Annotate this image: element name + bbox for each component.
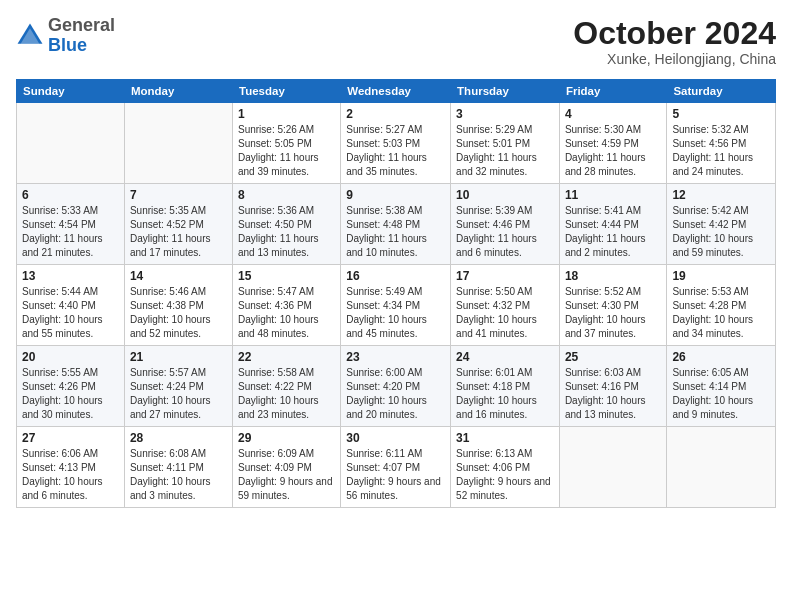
calendar-day-cell: 23Sunrise: 6:00 AM Sunset: 4:20 PM Dayli… — [341, 346, 451, 427]
calendar-day-cell: 8Sunrise: 5:36 AM Sunset: 4:50 PM Daylig… — [232, 184, 340, 265]
header-day: Thursday — [451, 80, 560, 103]
calendar-day-cell — [667, 427, 776, 508]
day-info: Sunrise: 5:27 AM Sunset: 5:03 PM Dayligh… — [346, 123, 445, 179]
day-number: 31 — [456, 431, 554, 445]
day-info: Sunrise: 5:49 AM Sunset: 4:34 PM Dayligh… — [346, 285, 445, 341]
calendar-day-cell: 26Sunrise: 6:05 AM Sunset: 4:14 PM Dayli… — [667, 346, 776, 427]
day-number: 7 — [130, 188, 227, 202]
day-info: Sunrise: 5:38 AM Sunset: 4:48 PM Dayligh… — [346, 204, 445, 260]
day-number: 28 — [130, 431, 227, 445]
day-info: Sunrise: 5:33 AM Sunset: 4:54 PM Dayligh… — [22, 204, 119, 260]
day-number: 25 — [565, 350, 662, 364]
calendar-day-cell: 13Sunrise: 5:44 AM Sunset: 4:40 PM Dayli… — [17, 265, 125, 346]
calendar-day-cell: 18Sunrise: 5:52 AM Sunset: 4:30 PM Dayli… — [559, 265, 667, 346]
logo-icon — [16, 22, 44, 50]
calendar-day-cell: 6Sunrise: 5:33 AM Sunset: 4:54 PM Daylig… — [17, 184, 125, 265]
day-number: 26 — [672, 350, 770, 364]
day-info: Sunrise: 5:55 AM Sunset: 4:26 PM Dayligh… — [22, 366, 119, 422]
day-info: Sunrise: 5:52 AM Sunset: 4:30 PM Dayligh… — [565, 285, 662, 341]
title-block: October 2024 Xunke, Heilongjiang, China — [573, 16, 776, 67]
calendar-day-cell: 4Sunrise: 5:30 AM Sunset: 4:59 PM Daylig… — [559, 103, 667, 184]
logo-general: General — [48, 15, 115, 35]
day-number: 22 — [238, 350, 335, 364]
day-info: Sunrise: 5:30 AM Sunset: 4:59 PM Dayligh… — [565, 123, 662, 179]
day-info: Sunrise: 5:50 AM Sunset: 4:32 PM Dayligh… — [456, 285, 554, 341]
header-day: Monday — [124, 80, 232, 103]
day-info: Sunrise: 5:42 AM Sunset: 4:42 PM Dayligh… — [672, 204, 770, 260]
calendar-day-cell: 12Sunrise: 5:42 AM Sunset: 4:42 PM Dayli… — [667, 184, 776, 265]
calendar-day-cell: 3Sunrise: 5:29 AM Sunset: 5:01 PM Daylig… — [451, 103, 560, 184]
calendar-day-cell — [559, 427, 667, 508]
day-info: Sunrise: 6:11 AM Sunset: 4:07 PM Dayligh… — [346, 447, 445, 503]
day-number: 21 — [130, 350, 227, 364]
day-info: Sunrise: 5:29 AM Sunset: 5:01 PM Dayligh… — [456, 123, 554, 179]
logo-blue: Blue — [48, 35, 87, 55]
calendar-day-cell: 11Sunrise: 5:41 AM Sunset: 4:44 PM Dayli… — [559, 184, 667, 265]
calendar-day-cell: 28Sunrise: 6:08 AM Sunset: 4:11 PM Dayli… — [124, 427, 232, 508]
day-number: 8 — [238, 188, 335, 202]
day-number: 17 — [456, 269, 554, 283]
calendar-day-cell: 25Sunrise: 6:03 AM Sunset: 4:16 PM Dayli… — [559, 346, 667, 427]
day-info: Sunrise: 6:05 AM Sunset: 4:14 PM Dayligh… — [672, 366, 770, 422]
day-info: Sunrise: 5:46 AM Sunset: 4:38 PM Dayligh… — [130, 285, 227, 341]
calendar-day-cell: 21Sunrise: 5:57 AM Sunset: 4:24 PM Dayli… — [124, 346, 232, 427]
calendar-day-cell: 16Sunrise: 5:49 AM Sunset: 4:34 PM Dayli… — [341, 265, 451, 346]
day-number: 6 — [22, 188, 119, 202]
day-info: Sunrise: 6:00 AM Sunset: 4:20 PM Dayligh… — [346, 366, 445, 422]
day-info: Sunrise: 6:01 AM Sunset: 4:18 PM Dayligh… — [456, 366, 554, 422]
logo: General Blue — [16, 16, 115, 56]
day-number: 11 — [565, 188, 662, 202]
calendar-table: SundayMondayTuesdayWednesdayThursdayFrid… — [16, 79, 776, 508]
day-number: 27 — [22, 431, 119, 445]
day-info: Sunrise: 6:03 AM Sunset: 4:16 PM Dayligh… — [565, 366, 662, 422]
day-info: Sunrise: 5:47 AM Sunset: 4:36 PM Dayligh… — [238, 285, 335, 341]
day-info: Sunrise: 6:13 AM Sunset: 4:06 PM Dayligh… — [456, 447, 554, 503]
day-number: 15 — [238, 269, 335, 283]
day-info: Sunrise: 5:57 AM Sunset: 4:24 PM Dayligh… — [130, 366, 227, 422]
day-info: Sunrise: 5:39 AM Sunset: 4:46 PM Dayligh… — [456, 204, 554, 260]
calendar-day-cell: 15Sunrise: 5:47 AM Sunset: 4:36 PM Dayli… — [232, 265, 340, 346]
calendar-day-cell: 7Sunrise: 5:35 AM Sunset: 4:52 PM Daylig… — [124, 184, 232, 265]
calendar-day-cell: 14Sunrise: 5:46 AM Sunset: 4:38 PM Dayli… — [124, 265, 232, 346]
day-number: 5 — [672, 107, 770, 121]
calendar-week-row: 20Sunrise: 5:55 AM Sunset: 4:26 PM Dayli… — [17, 346, 776, 427]
day-number: 24 — [456, 350, 554, 364]
header-day: Wednesday — [341, 80, 451, 103]
calendar-week-row: 6Sunrise: 5:33 AM Sunset: 4:54 PM Daylig… — [17, 184, 776, 265]
header-day: Saturday — [667, 80, 776, 103]
day-number: 20 — [22, 350, 119, 364]
day-number: 2 — [346, 107, 445, 121]
day-number: 3 — [456, 107, 554, 121]
day-number: 10 — [456, 188, 554, 202]
calendar-day-cell: 1Sunrise: 5:26 AM Sunset: 5:05 PM Daylig… — [232, 103, 340, 184]
day-info: Sunrise: 5:41 AM Sunset: 4:44 PM Dayligh… — [565, 204, 662, 260]
calendar-day-cell: 31Sunrise: 6:13 AM Sunset: 4:06 PM Dayli… — [451, 427, 560, 508]
header-day: Friday — [559, 80, 667, 103]
day-number: 19 — [672, 269, 770, 283]
day-info: Sunrise: 5:35 AM Sunset: 4:52 PM Dayligh… — [130, 204, 227, 260]
calendar-week-row: 1Sunrise: 5:26 AM Sunset: 5:05 PM Daylig… — [17, 103, 776, 184]
day-number: 30 — [346, 431, 445, 445]
location-subtitle: Xunke, Heilongjiang, China — [573, 51, 776, 67]
day-info: Sunrise: 6:09 AM Sunset: 4:09 PM Dayligh… — [238, 447, 335, 503]
day-number: 12 — [672, 188, 770, 202]
header-day: Sunday — [17, 80, 125, 103]
page-header: General Blue October 2024 Xunke, Heilong… — [16, 16, 776, 67]
calendar-day-cell: 22Sunrise: 5:58 AM Sunset: 4:22 PM Dayli… — [232, 346, 340, 427]
logo-text: General Blue — [48, 16, 115, 56]
day-number: 4 — [565, 107, 662, 121]
day-info: Sunrise: 5:36 AM Sunset: 4:50 PM Dayligh… — [238, 204, 335, 260]
calendar-day-cell: 2Sunrise: 5:27 AM Sunset: 5:03 PM Daylig… — [341, 103, 451, 184]
calendar-day-cell: 17Sunrise: 5:50 AM Sunset: 4:32 PM Dayli… — [451, 265, 560, 346]
day-number: 13 — [22, 269, 119, 283]
day-info: Sunrise: 5:58 AM Sunset: 4:22 PM Dayligh… — [238, 366, 335, 422]
month-title: October 2024 — [573, 16, 776, 51]
header-row: SundayMondayTuesdayWednesdayThursdayFrid… — [17, 80, 776, 103]
day-number: 23 — [346, 350, 445, 364]
calendar-day-cell: 20Sunrise: 5:55 AM Sunset: 4:26 PM Dayli… — [17, 346, 125, 427]
day-info: Sunrise: 5:26 AM Sunset: 5:05 PM Dayligh… — [238, 123, 335, 179]
calendar-header: SundayMondayTuesdayWednesdayThursdayFrid… — [17, 80, 776, 103]
calendar-day-cell: 30Sunrise: 6:11 AM Sunset: 4:07 PM Dayli… — [341, 427, 451, 508]
calendar-week-row: 13Sunrise: 5:44 AM Sunset: 4:40 PM Dayli… — [17, 265, 776, 346]
day-info: Sunrise: 5:32 AM Sunset: 4:56 PM Dayligh… — [672, 123, 770, 179]
